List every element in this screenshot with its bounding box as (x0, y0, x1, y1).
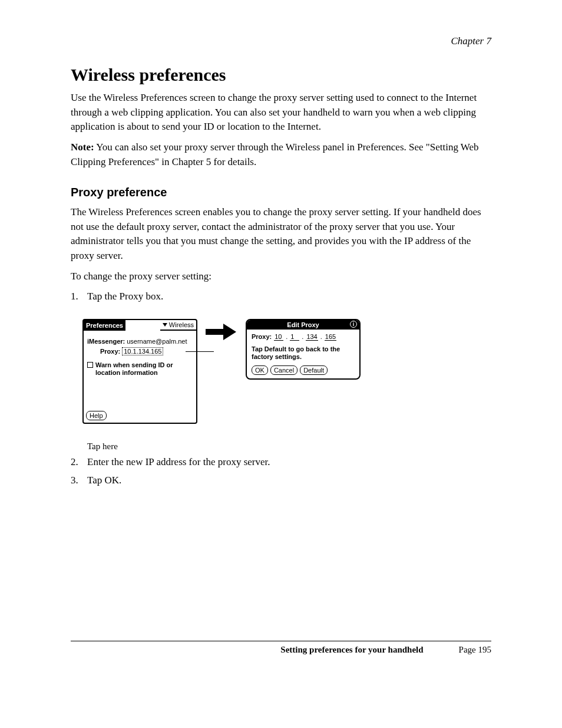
step-1: 1.Tap the Proxy box. (71, 289, 491, 304)
imessenger-row: iMessenger: username@palm.net (87, 338, 193, 345)
default-button[interactable]: Default (300, 365, 328, 375)
edit-proxy-dialog: Edit Proxy i Proxy: 10.1.134.165 Tap Def… (246, 319, 361, 380)
cancel-button[interactable]: Cancel (270, 365, 297, 375)
ip-seg-1[interactable]: 10 (274, 333, 283, 341)
footer-title: Setting preferences for your handheld (280, 645, 423, 655)
proxy-row: Proxy: 10.1.134.165 (87, 347, 193, 355)
warn-label: Warn when sending ID or location informa… (95, 361, 193, 377)
note-body: You can also set your proxy server throu… (71, 141, 479, 167)
ip-seg-2[interactable]: 1 (290, 333, 299, 341)
step-1-text: Tap the Proxy box. (87, 291, 163, 302)
preferences-panel: Preferences Wireless iMessenger: usernam… (82, 319, 197, 424)
chapter-header: Chapter 7 (71, 35, 491, 47)
proxy-value: 10.1.134.165 (124, 348, 161, 355)
footer-rule (71, 641, 491, 641)
step-3-text: Tap OK. (87, 475, 121, 486)
footer: Setting preferences for your handheld Pa… (71, 645, 491, 655)
info-icon[interactable]: i (350, 321, 357, 328)
step-3: 3.Tap OK. (71, 473, 491, 488)
callout-text: Tap here (87, 442, 491, 452)
step-2-text: Enter the new IP address for the proxy s… (87, 456, 270, 467)
proxy-label: Proxy: (100, 348, 120, 355)
dropdown-triangle-icon (163, 323, 167, 327)
note-label: Note: (71, 141, 94, 153)
section-intro: Use the Wireless Preferences screen to c… (71, 91, 491, 134)
proxy-heading: Proxy preference (71, 186, 491, 199)
category-dropdown[interactable]: Wireless (160, 320, 196, 331)
dialog-title-text: Edit Proxy (287, 321, 319, 328)
steps-heading: To change the proxy server setting: (71, 269, 491, 284)
dialog-title: Edit Proxy i (247, 320, 359, 330)
section-note: Note: You can also set your proxy server… (71, 140, 491, 169)
ok-button[interactable]: OK (252, 365, 268, 375)
proxy-body: The Wireless Preferences screen enables … (71, 205, 491, 263)
dialog-message: Tap Default to go back to the factory se… (252, 345, 355, 361)
proxy-box[interactable]: 10.1.134.165 (122, 347, 163, 355)
ip-seg-3[interactable]: 134 (306, 333, 318, 341)
dialog-proxy-label: Proxy: (252, 333, 272, 340)
figure-row: Preferences Wireless iMessenger: usernam… (82, 319, 491, 424)
warn-checkbox[interactable] (87, 362, 93, 368)
dialog-proxy-row: Proxy: 10.1.134.165 (252, 333, 355, 341)
warn-row[interactable]: Warn when sending ID or location informa… (87, 361, 193, 377)
dropdown-value: Wireless (169, 321, 194, 328)
footer-page: Page 195 (459, 645, 491, 655)
ip-seg-4[interactable]: 165 (325, 333, 336, 341)
help-button[interactable]: Help (86, 411, 107, 420)
arrow-icon (206, 324, 237, 340)
callout-connector (186, 351, 214, 352)
section-title: Wireless preferences (71, 65, 491, 85)
panel-title: Preferences (84, 320, 125, 331)
imessenger-value: username@palm.net (127, 338, 187, 345)
step-2: 2.Enter the new IP address for the proxy… (71, 455, 491, 470)
imessenger-label: iMessenger: (87, 338, 125, 345)
